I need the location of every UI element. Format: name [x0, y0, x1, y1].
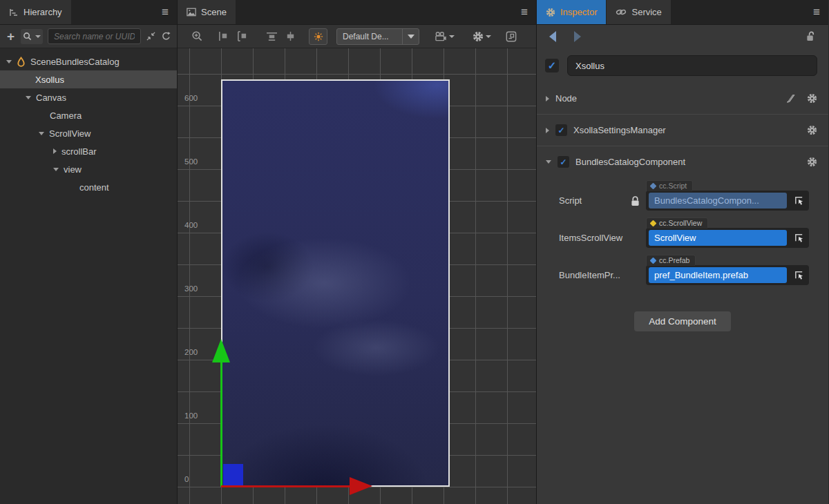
origin-node-rect[interactable] — [223, 464, 243, 487]
expand-arrow-icon[interactable] — [26, 96, 31, 99]
type-dot-icon — [650, 220, 657, 226]
section-node[interactable]: Node — [537, 87, 828, 110]
ruler-label: 500 — [184, 157, 198, 166]
divider — [537, 146, 828, 146]
prop-row-itemsscrollview: ItemsScrollView cc.ScrollView ScrollView — [537, 217, 828, 248]
tab-service[interactable]: Service — [607, 0, 670, 24]
tree-node-xsollus[interactable]: Xsollus — [0, 70, 177, 88]
scene-asset-icon — [17, 57, 26, 67]
tree-node-content[interactable]: content — [0, 178, 177, 196]
component-enabled-checkbox[interactable]: ✓ — [555, 124, 567, 136]
expand-arrow-icon[interactable] — [546, 160, 551, 164]
inspector-panel: Inspector Service ≡ ✓ Node — [537, 0, 828, 504]
editor-window: Hierarchy ≡ + SceneBu — [0, 0, 829, 504]
lock-open-icon[interactable] — [806, 31, 816, 42]
tree-node-view[interactable]: view — [0, 160, 177, 178]
align-right-icon[interactable] — [236, 31, 248, 41]
ruler-label: 400 — [184, 221, 198, 229]
search-icon — [23, 32, 32, 41]
tree-node-label: view — [64, 164, 82, 175]
y-axis-arrowhead-icon[interactable] — [212, 339, 230, 362]
collapsed-arrow-icon[interactable] — [546, 128, 549, 133]
component-enabled-checkbox[interactable]: ✓ — [558, 156, 569, 168]
nav-forward-icon[interactable] — [574, 31, 581, 42]
prop-row-script: Script cc.Script BundlesCatalogCompon... — [537, 180, 828, 211]
align-left-icon[interactable] — [218, 31, 229, 41]
node-picker-icon[interactable] — [791, 231, 806, 246]
type-dot-icon — [650, 257, 657, 264]
section-bundles-label: BundlesCatalogComponent — [575, 157, 685, 167]
hierarchy-menu-icon[interactable]: ≡ — [153, 6, 177, 18]
x-axis-arrowhead-icon[interactable] — [350, 477, 372, 495]
scene-gear-icon[interactable] — [473, 31, 491, 42]
tree-node-label: content — [79, 182, 109, 193]
inspector-tabbar: Inspector Service ≡ — [537, 0, 828, 25]
collapsed-arrow-icon[interactable] — [546, 96, 549, 101]
hierarchy-tree: SceneBundlesCatalog Xsollus Canvas Camer… — [0, 48, 177, 196]
scrollview-ref-field[interactable]: ScrollView — [649, 230, 787, 246]
inspector-menu-icon[interactable]: ≡ — [805, 6, 828, 18]
add-component-button[interactable]: Add Component — [634, 311, 731, 331]
scene-menu-icon[interactable]: ≡ — [513, 6, 536, 18]
tab-hierarchy[interactable]: Hierarchy — [0, 0, 71, 24]
section-bundlescatalogcomponent[interactable]: ✓ BundlesCatalogComponent — [537, 151, 828, 173]
align-top-icon[interactable] — [266, 31, 278, 41]
tree-node-scrollbar[interactable]: scrollBar — [0, 142, 177, 160]
bundles-gear-icon[interactable] — [807, 157, 817, 167]
scene-panel: Scene ≡ Default De... — [178, 0, 537, 504]
node-active-checkbox[interactable]: ✓ — [545, 59, 559, 72]
prop-label: Script — [559, 195, 631, 206]
tree-node-scrollview[interactable]: ScrollView — [0, 124, 177, 142]
tree-node-camera[interactable]: Camera — [0, 106, 177, 124]
gizmo-light-button[interactable] — [309, 28, 327, 45]
tree-node-label: Camera — [50, 110, 82, 121]
tree-node-scenebundlescatalog[interactable]: SceneBundlesCatalog — [0, 52, 177, 70]
refresh-icon[interactable] — [161, 31, 171, 41]
search-input[interactable] — [48, 28, 141, 44]
docs-book-icon[interactable] — [785, 93, 797, 104]
expand-arrow-icon[interactable] — [6, 60, 12, 64]
script-value-field: BundlesCatalogCompon... — [649, 193, 787, 209]
create-node-button[interactable]: + — [6, 30, 16, 43]
tab-inspector[interactable]: Inspector — [537, 0, 606, 24]
inspector-gear-icon — [546, 8, 555, 17]
hierarchy-tabbar: Hierarchy ≡ — [0, 0, 177, 25]
type-dot-icon — [650, 182, 657, 189]
lock-icon — [631, 196, 646, 206]
align-middle-icon[interactable] — [285, 31, 296, 41]
preview-device-value: Default De... — [337, 32, 402, 41]
prefab-ref-field[interactable]: pref_BundleItem.prefab — [649, 267, 787, 283]
prop-label: ItemsScrollView — [559, 233, 631, 243]
node-name-input[interactable] — [567, 55, 817, 76]
camera-settings-icon[interactable] — [434, 31, 455, 41]
design-canvas[interactable] — [221, 79, 450, 487]
ruler-label: 600 — [184, 94, 198, 102]
tab-scene[interactable]: Scene — [178, 0, 236, 24]
scene-icon — [187, 8, 196, 17]
section-xsollasettingsmanager[interactable]: ✓ XsollaSettingsManager — [537, 119, 828, 142]
type-tag-label: cc.Script — [659, 182, 687, 190]
expand-arrow-icon[interactable] — [53, 168, 59, 171]
scene-toolbar: Default De... — [178, 25, 536, 48]
collapse-all-icon[interactable] — [146, 31, 156, 41]
prop-row-bundleitemprefab: BundleItemPr... cc.Prefab pref_BundleIte… — [537, 254, 828, 285]
nav-back-icon[interactable] — [549, 31, 556, 42]
zoom-tool-icon[interactable] — [191, 30, 203, 42]
preview-device-select[interactable]: Default De... — [336, 28, 419, 45]
preview-device-caret[interactable] — [402, 29, 419, 44]
node-picker-icon[interactable] — [791, 193, 806, 209]
x-axis-gizmo[interactable] — [221, 485, 350, 487]
node-gear-icon[interactable] — [807, 93, 817, 104]
divider — [537, 114, 828, 115]
scene-tabbar: Scene ≡ — [178, 0, 536, 25]
search-filter-button[interactable] — [21, 29, 43, 44]
layout-icon[interactable] — [506, 31, 517, 42]
expand-arrow-icon[interactable] — [39, 132, 44, 135]
node-name-row: ✓ — [537, 48, 828, 83]
collapsed-arrow-icon[interactable] — [53, 148, 57, 154]
scene-viewport[interactable]: 600 500 400 300 200 100 0 — [178, 48, 536, 504]
tree-node-canvas[interactable]: Canvas — [0, 88, 177, 106]
settings-gear-icon[interactable] — [807, 125, 817, 135]
node-picker-icon[interactable] — [791, 268, 806, 283]
y-axis-gizmo[interactable] — [220, 362, 222, 487]
